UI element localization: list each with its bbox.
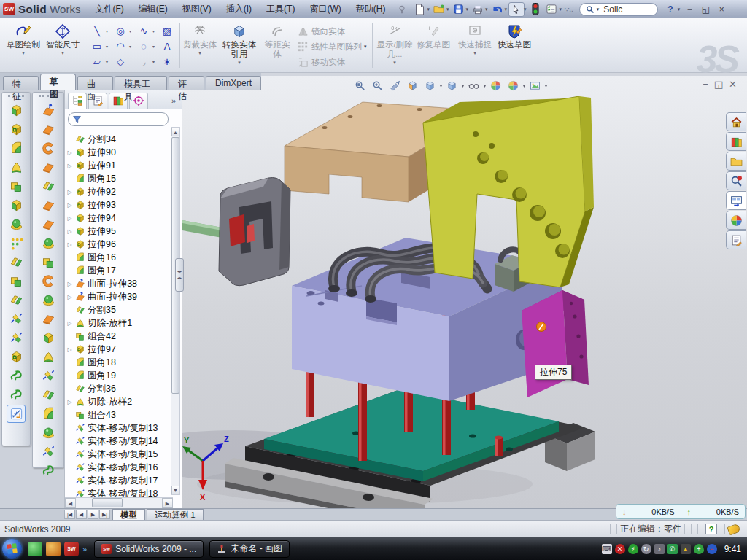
- linear-pattern-button[interactable]: [7, 234, 26, 252]
- tree-item[interactable]: 分割34: [66, 133, 169, 146]
- parting-surface-button[interactable]: [39, 234, 58, 252]
- circle-tool[interactable]: ◎: [112, 23, 128, 38]
- zoom-to-fit-icon[interactable]: [352, 78, 368, 93]
- move-copy-bodies-button[interactable]: [7, 310, 26, 328]
- instant3d-button[interactable]: [7, 405, 26, 423]
- planar-surface-button[interactable]: [39, 310, 58, 328]
- restore-button[interactable]: ◱: [697, 3, 713, 16]
- tree-item[interactable]: ▷拉伸96: [66, 238, 169, 251]
- menu-pin-icon[interactable]: [397, 4, 407, 15]
- display-style-icon[interactable]: [444, 78, 460, 93]
- radiate-surface-button[interactable]: [39, 405, 58, 423]
- tree-item[interactable]: 圆角19: [66, 369, 169, 382]
- tab-dimxpert[interactable]: DimXpert: [206, 76, 261, 90]
- scroll-down-icon[interactable]: ▼: [171, 486, 179, 494]
- tree-item[interactable]: ▷拉伸92: [66, 185, 169, 198]
- filled-surface-button[interactable]: [39, 424, 58, 442]
- options-dropdown-icon[interactable]: ▾: [559, 7, 562, 12]
- zoom-to-area-icon[interactable]: [370, 78, 385, 93]
- menu-help[interactable]: 帮助(H): [349, 1, 393, 17]
- part-red-stub-pin[interactable]: [495, 436, 503, 456]
- draft-button[interactable]: [7, 215, 26, 233]
- delete-body-button[interactable]: [7, 329, 26, 347]
- custom-properties-tab[interactable]: [726, 230, 746, 249]
- view-orientation-icon[interactable]: [422, 78, 438, 93]
- taskbar-window-paint[interactable]: 未命名 - 画图: [209, 540, 290, 558]
- reference-curve-button[interactable]: [7, 367, 26, 385]
- linear-sketch-pattern-button[interactable]: 线性草图阵列 ▾: [298, 39, 368, 54]
- tree-item[interactable]: ▷切除-放样1: [66, 316, 169, 330]
- tree-item[interactable]: ▷拉伸91: [66, 159, 169, 172]
- sketch-button[interactable]: 草图绘制 ▾: [4, 21, 42, 69]
- arc-dropdown-icon[interactable]: ▾: [129, 44, 131, 49]
- previous-view-icon[interactable]: [387, 78, 403, 93]
- tray-sync-blocked-icon[interactable]: −: [707, 544, 717, 554]
- tree-item[interactable]: ▷曲面-拉伸39: [66, 290, 169, 303]
- print-button[interactable]: [470, 2, 486, 17]
- help-dropdown-icon[interactable]: ▾: [678, 7, 681, 12]
- part-slide-block-magenta[interactable]: [522, 290, 589, 397]
- combine-bodies-button[interactable]: [7, 291, 26, 309]
- tree-item[interactable]: ▷拉伸90: [66, 146, 169, 159]
- tooling-split-button[interactable]: [39, 253, 58, 271]
- tab-evaluate[interactable]: 评估: [169, 76, 204, 90]
- delete-face-button[interactable]: [39, 291, 58, 309]
- model-3d-view[interactable]: Y Z X: [182, 76, 747, 508]
- offset-surface-button[interactable]: [39, 386, 58, 404]
- options-button[interactable]: [543, 2, 560, 17]
- search-box[interactable]: ▾ Solic: [579, 3, 658, 16]
- taskbar-clock[interactable]: 9:41: [724, 544, 741, 554]
- shell-button[interactable]: [7, 196, 26, 214]
- trim-dropdown-icon[interactable]: ▾: [198, 50, 201, 56]
- save-dropdown-icon[interactable]: ▾: [465, 7, 468, 12]
- repair-sketch-button[interactable]: + 修复草图: [416, 21, 451, 69]
- extruded-cut-button[interactable]: [7, 120, 26, 139]
- swept-boss-button[interactable]: [7, 158, 26, 176]
- scroll-thumb[interactable]: [92, 498, 123, 508]
- part-connector-rod-green[interactable]: [182, 219, 225, 238]
- sketch-text-tool[interactable]: A: [159, 39, 175, 53]
- tree-item[interactable]: 组合42: [66, 330, 169, 343]
- sketch-dropdown-icon[interactable]: ▾: [22, 50, 25, 56]
- lofted-boss-button[interactable]: [7, 177, 26, 195]
- menu-tools[interactable]: 工具(T): [259, 1, 302, 17]
- tab-mold-tools[interactable]: 模具工具: [115, 76, 167, 90]
- minimize-button[interactable]: −: [681, 3, 697, 16]
- scroll-up-icon[interactable]: ▲: [171, 128, 179, 136]
- quick-tips-button[interactable]: ?: [705, 524, 717, 534]
- part-sprue-bushing-gray[interactable]: [219, 178, 290, 286]
- tree-item[interactable]: 分割36: [66, 382, 169, 395]
- tree-item[interactable]: 实体-移动/复制14: [66, 435, 169, 448]
- move-surface-button[interactable]: [39, 367, 58, 385]
- point-tool[interactable]: ∗: [159, 54, 175, 69]
- quicklaunch-solidworks-icon[interactable]: SW: [64, 542, 79, 556]
- rapid-sketch-button[interactable]: 快速草图: [496, 21, 533, 69]
- view-settings-dropdown-icon[interactable]: ▾: [545, 83, 547, 88]
- slot-tool[interactable]: ▱: [89, 54, 105, 69]
- tab-sketch[interactable]: 草图: [40, 74, 76, 90]
- new-dropdown-icon[interactable]: ▾: [427, 7, 430, 12]
- smart-dimension-button[interactable]: 智能尺寸 ▾: [44, 21, 82, 69]
- fillet-button[interactable]: [7, 139, 26, 158]
- tree-item[interactable]: ▷曲面-拉伸38: [66, 277, 169, 290]
- taskbar-window-solidworks[interactable]: SW SolidWorks 2009 - ...: [94, 540, 204, 558]
- ruled-surface-button[interactable]: [39, 272, 58, 290]
- menu-insert[interactable]: 插入(I): [219, 1, 259, 17]
- smart-dimension-dropdown-icon[interactable]: ▾: [61, 50, 64, 56]
- fillet-dropdown-icon[interactable]: ▾: [152, 59, 155, 64]
- new-document-button[interactable]: [411, 2, 427, 17]
- menu-window[interactable]: 窗口(W): [302, 1, 348, 17]
- tree-item[interactable]: 分割35: [66, 303, 169, 316]
- menu-view[interactable]: 视图(V): [175, 1, 219, 17]
- section-view-icon[interactable]: [405, 78, 420, 93]
- tree-horizontal-scrollbar[interactable]: ◀ ▶: [65, 497, 173, 508]
- tab-surfaces[interactable]: 曲面: [77, 76, 113, 90]
- feature-manager-tab[interactable]: [68, 93, 87, 109]
- edit-appearance-icon[interactable]: [488, 78, 503, 93]
- rib-button[interactable]: [7, 253, 26, 271]
- print-dropdown-icon[interactable]: ▾: [485, 7, 488, 12]
- model-tab[interactable]: 模型: [112, 509, 145, 520]
- tray-keyboard-icon[interactable]: ⌨: [602, 544, 612, 554]
- search-tab[interactable]: [726, 171, 746, 190]
- line-dropdown-icon[interactable]: ▾: [106, 28, 108, 34]
